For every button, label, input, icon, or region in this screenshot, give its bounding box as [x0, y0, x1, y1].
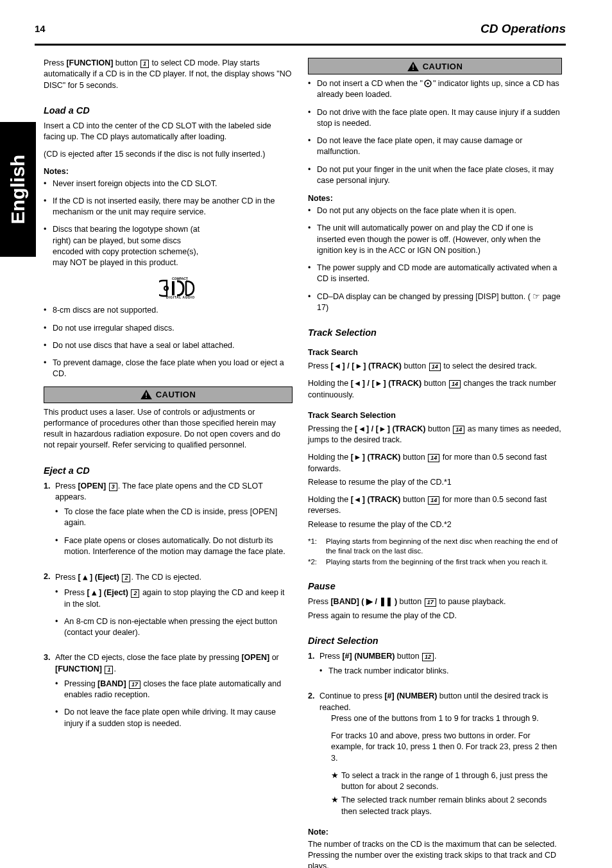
note-item: •CD–DA display can be changed by pressin… — [308, 291, 562, 314]
caution-item: • Do not insert a CD when the "" indicat… — [308, 78, 562, 101]
svg-point-9 — [427, 83, 429, 85]
note-heading: Note: — [308, 828, 562, 837]
track-search-body: Press [ ◂ ] / [ ▸ ] (TRACK) button 14 to… — [308, 361, 562, 372]
svg-text:DIGITAL AUDIO: DIGITAL AUDIO — [166, 295, 195, 299]
svg-rect-7 — [412, 69, 414, 70]
note-item: •Never insert foreign objects into the C… — [44, 178, 293, 189]
note-item: •If the CD is not inserted easily, there… — [44, 196, 293, 218]
fast-forward: Holding the [ ▸ ] (TRACK) button 14 for … — [308, 452, 562, 474]
load-cd-caution: (CD is ejected after 15 seconds if the d… — [44, 149, 293, 160]
header-rule — [35, 44, 566, 46]
note-item: •The power supply and CD mode are automa… — [308, 263, 562, 285]
warning-icon — [407, 62, 419, 71]
right-column: CAUTION • Do not insert a CD when the ""… — [308, 58, 562, 868]
note-item: •The unit will automatically power on an… — [308, 223, 562, 256]
left-column: Press [FUNCTION] button 1 to select CD m… — [44, 58, 293, 743]
track-search-selection-heading: Track Search Selection — [308, 411, 562, 420]
load-cd-heading: Load a CD — [44, 105, 293, 116]
cd-digital-audio-logo: COMPACT DIGITAL AUDIO — [159, 275, 293, 301]
direct-selection-heading: Direct Selection — [308, 636, 562, 646]
note-item: •Do not use discs that have a seal or la… — [44, 340, 293, 351]
pause-body: Press [BAND] ( ▶ / ❚❚ ) button 17 to pau… — [308, 596, 562, 607]
track-search-selection-body: Pressing the [ ◂ ] / [ ▸ ] (TRACK) butto… — [308, 424, 562, 446]
caution-text: This product uses a laser. Use of contro… — [44, 407, 293, 451]
eject-step-2: 2. Press [ ▲ ] (Eject) 2. The CD is ejec… — [44, 571, 293, 645]
note-body: The number of tracks on the CD is the ma… — [308, 839, 562, 868]
track-selection-heading: Track Selection — [308, 327, 562, 338]
track-search-hold: Holding the [ ◂ ] / [ ▸ ] (TRACK) button… — [308, 378, 562, 401]
page-title: CD Operations — [480, 22, 566, 36]
caution-bar: CAUTION — [308, 58, 562, 74]
annotation-1: *1:Playing starts from beginning of the … — [308, 537, 562, 556]
svg-rect-4 — [146, 392, 147, 395]
svg-rect-2 — [172, 281, 174, 295]
direct-step-1: 1. Press [#] (NUMBER) button 12. •The tr… — [308, 651, 562, 684]
caution-item: •Do not leave the face plate open, it ma… — [308, 135, 562, 158]
eject-cd-heading: Eject a CD — [44, 465, 293, 476]
notes-heading: Notes: — [308, 194, 562, 203]
svg-rect-6 — [412, 64, 414, 67]
caution-item: •Do not drive with the face plate open. … — [308, 107, 562, 130]
fast-reverse: Holding the [ ◂ ] (TRACK) button 14 for … — [308, 494, 562, 517]
note-item: •Do not put any objects on the face plat… — [308, 205, 562, 216]
note-item: •8-cm discs are not supported. — [44, 305, 293, 316]
svg-rect-5 — [146, 397, 147, 398]
eject-step-3: 3. After the CD ejects, close the face p… — [44, 652, 293, 736]
pause-resume: Press again to resume the play of the CD… — [308, 611, 562, 621]
intro-paragraph: Press [FUNCTION] button 1 to select CD m… — [44, 58, 293, 91]
pause-heading: Pause — [308, 581, 562, 591]
note-item: •Do not use irregular shaped discs. — [44, 323, 293, 334]
page-number: 14 — [35, 23, 46, 34]
notes-heading: Notes: — [44, 167, 293, 176]
direct-step-2: 2. Continue to press [#] (NUMBER) button… — [308, 691, 562, 820]
note-item: •To prevent damage, close the face plate… — [44, 358, 293, 380]
load-cd-body: Insert a CD into the center of the CD SL… — [44, 121, 293, 143]
track-search-heading: Track Search — [308, 348, 562, 357]
note-item: • Discs that bearing the logotype shown … — [44, 224, 293, 268]
caution-item: •Do not put your finger in the unit when… — [308, 164, 562, 187]
fast-reverse-release: Release to resume the play of the CD.*2 — [308, 519, 562, 530]
caution-bar: CAUTION — [44, 386, 293, 403]
annotation-2: *2:Playing starts from the beginning of … — [308, 557, 562, 567]
language-tab: English — [0, 122, 36, 257]
eject-step-1: 1. Press [OPEN] 3. The face plate opens … — [44, 481, 293, 564]
fast-forward-release: Release to resume the play of the CD.*1 — [308, 477, 562, 488]
warning-icon — [140, 390, 152, 399]
svg-text:COMPACT: COMPACT — [172, 277, 188, 281]
